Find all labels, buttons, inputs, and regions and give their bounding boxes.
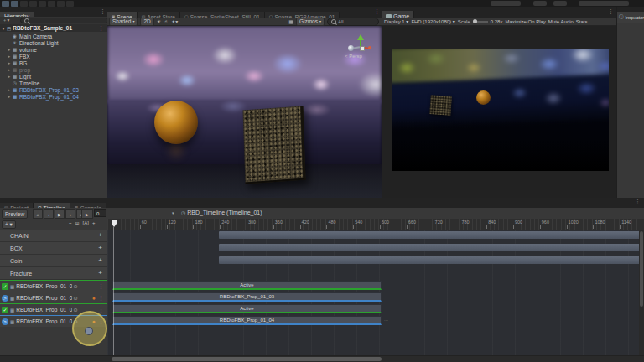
tool-button[interactable]	[2, 1, 9, 7]
hierarchy-item-bg[interactable]: ▸▦BG	[0, 59, 107, 66]
gizmo-center-icon[interactable]	[360, 46, 365, 51]
preview-button[interactable]: Preview	[2, 209, 28, 219]
object-picker-icon[interactable]: ⊙	[73, 283, 77, 289]
group-track-chain[interactable]: CHAIN+	[0, 230, 107, 242]
play-range-toggle[interactable]: ▶	[81, 209, 93, 219]
game-panel-menu-icon[interactable]: ⋮	[608, 8, 614, 15]
transport-button[interactable]: ▶	[55, 209, 65, 219]
maximize-on-play-button[interactable]: Maximize On Play	[505, 19, 545, 24]
scene-panel-menu-icon[interactable]: ⋮	[374, 8, 380, 15]
timeline-title[interactable]: ◷ RBD_Timeline (Timeline_01)	[181, 209, 262, 215]
group-add-button[interactable]: +	[98, 245, 102, 251]
toolbar-right-button[interactable]	[579, 1, 629, 6]
hierarchy-item-main-camera[interactable]: ◉Main Camera	[0, 33, 107, 39]
hierarchy-item-volume[interactable]: ▸▦volume	[0, 46, 107, 53]
tool-button[interactable]	[66, 1, 74, 7]
vscrollbar-handle[interactable]	[640, 231, 643, 307]
scale-slider-handle[interactable]	[473, 19, 477, 23]
animator-icon[interactable]: ≻	[2, 295, 8, 302]
add-track-button[interactable]: + ▾	[2, 220, 16, 229]
gizmo-ball-icon[interactable]	[348, 45, 354, 51]
transport-button[interactable]: ‹	[44, 209, 54, 219]
2d-toggle-button[interactable]: 2D	[140, 18, 153, 26]
activation-clip[interactable]: Active	[112, 304, 382, 313]
resolution-dropdown[interactable]: FHD (1920x1080) ▾	[411, 18, 454, 24]
toolbar-right-button[interactable]	[533, 1, 547, 6]
object-picker-icon[interactable]: ⊙	[73, 295, 77, 301]
mute-audio-button[interactable]: Mute Audio	[548, 19, 574, 24]
gizmo-persp-label[interactable]: < Persp	[345, 54, 362, 59]
animation-track-rbdtofbx-prop-01-03[interactable]: ≻▦RBDtoFBX_Prop_01_0⊙●⋮	[0, 292, 107, 303]
animation-clip[interactable]: RBDtoFBX_Prop_01_03	[112, 292, 382, 302]
tool-button[interactable]	[57, 1, 65, 7]
shading-mode-dropdown[interactable]: Shaded▾	[109, 18, 138, 26]
scene-lighting-icon[interactable]: ☀	[157, 18, 161, 24]
activation-check-icon[interactable]: ✓	[2, 283, 8, 290]
scene-root-row[interactable]: ▼ ⬒ RBDtoFBX_Sample_01 ⋮	[0, 24, 107, 32]
hierarchy-item-light[interactable]: ▸▦Light	[0, 73, 107, 80]
fracture-slab[interactable]	[243, 106, 306, 184]
group-track-box[interactable]: BOX+	[0, 242, 107, 255]
hierarchy-item-prop[interactable]: ▸▦prop	[0, 66, 107, 73]
group-add-button[interactable]: +	[98, 270, 102, 277]
tool-button[interactable]	[48, 1, 55, 7]
tool-button[interactable]	[11, 1, 18, 7]
tool-button[interactable]	[29, 1, 37, 7]
group-track-summary-bar[interactable]	[219, 231, 644, 239]
tool-button[interactable]	[39, 1, 46, 7]
timeline-ruler[interactable]: 6012018024030036042048054060066072078084…	[107, 219, 644, 230]
stats-button[interactable]: Stats	[576, 19, 588, 24]
hierarchy-menu-icon[interactable]: ⋮	[100, 8, 106, 15]
game-viewport[interactable]	[382, 26, 616, 198]
hierarchy-item-timeline[interactable]: ◷Timeline	[0, 80, 107, 86]
animation-clip[interactable]: RBDtoFBX_Prop_01_04	[112, 316, 382, 325]
gizmos-dropdown[interactable]: Gizmos▾	[296, 18, 325, 26]
track-menu-icon[interactable]: ⋮	[98, 283, 104, 290]
activation-check-icon[interactable]: ✓	[2, 307, 8, 313]
activation-track-active[interactable]: ✓▦RBDtoFBX_Prop_01_0⊙⋮	[0, 280, 107, 292]
hierarchy-item-rbdtofbx-prop-01-03[interactable]: ▸▦RBDtoFBX_Prop_01_03	[0, 86, 107, 93]
hierarchy-search-input[interactable]	[20, 18, 109, 23]
track-menu-icon[interactable]: ⋮	[98, 295, 104, 302]
timeline-hscrollbar[interactable]	[0, 355, 644, 362]
scene-viewport[interactable]: < Persp	[107, 26, 382, 199]
transport-button[interactable]: ›	[65, 209, 75, 219]
toolbar-right-button[interactable]	[553, 1, 567, 6]
timeline-asset-dropdown-icon[interactable]: ▾	[172, 210, 174, 215]
transport-button[interactable]: «	[33, 209, 43, 219]
track-menu-icon[interactable]: ⋮	[98, 307, 104, 313]
hierarchy-item-fbx[interactable]: ▸▦FBX	[0, 53, 107, 59]
group-track-fracture[interactable]: Fracture+	[0, 267, 107, 280]
scene-effects-icon[interactable]: ✦▾	[171, 18, 178, 24]
hierarchy-item-directional-light[interactable]: ☀Directional Light	[0, 39, 107, 46]
scene-root-menu-icon[interactable]: ⋮	[98, 25, 104, 32]
marker-icon[interactable]: +	[92, 220, 96, 226]
hscrollbar-handle[interactable]	[112, 357, 382, 361]
tool-button[interactable]	[20, 1, 28, 7]
toolbar-right-button[interactable]	[491, 1, 521, 6]
display-dropdown[interactable]: Display 1 ▾	[384, 18, 408, 24]
group-track-coin[interactable]: Coin+	[0, 255, 107, 267]
activation-clip[interactable]: Active	[112, 281, 382, 290]
scale-slider[interactable]	[473, 21, 488, 23]
object-picker-icon[interactable]: ⊙	[73, 307, 77, 313]
timeline-vscrollbar[interactable]	[639, 230, 644, 355]
timeline-track-content[interactable]: ActiveRBDtoFBX_Prop_01_03⋯ActiveRBDtoFBX…	[107, 230, 644, 362]
add-marker-icon[interactable]: ⊞	[75, 220, 80, 226]
hierarchy-item-rbdtofbx-prop-01-04[interactable]: ▸▦RBDtoFBX_Prop_01_04	[0, 93, 107, 100]
group-add-button[interactable]: +	[98, 257, 102, 264]
foldout-arrow-icon[interactable]: ▼	[0, 26, 7, 31]
curves-icon[interactable]: ~	[69, 220, 72, 226]
create-dropdown-icon[interactable]: ＋▾	[3, 18, 9, 23]
group-add-button[interactable]: +	[98, 232, 102, 239]
gold-sphere[interactable]	[154, 101, 198, 144]
record-button[interactable]: ●	[92, 295, 96, 301]
animator-icon[interactable]: ≻	[2, 318, 8, 325]
dock-menu-icon[interactable]: ⋮	[635, 199, 641, 205]
group-track-summary-bar[interactable]	[219, 244, 644, 251]
group-track-summary-bar[interactable]	[219, 256, 644, 264]
scene-audio-icon[interactable]: ♬	[164, 19, 169, 24]
tab-inspector[interactable]: ⓘ Inspector	[617, 12, 644, 23]
scene-search-input[interactable]: All	[327, 18, 379, 26]
avatar-mask-icon[interactable]: [A]	[83, 220, 89, 226]
